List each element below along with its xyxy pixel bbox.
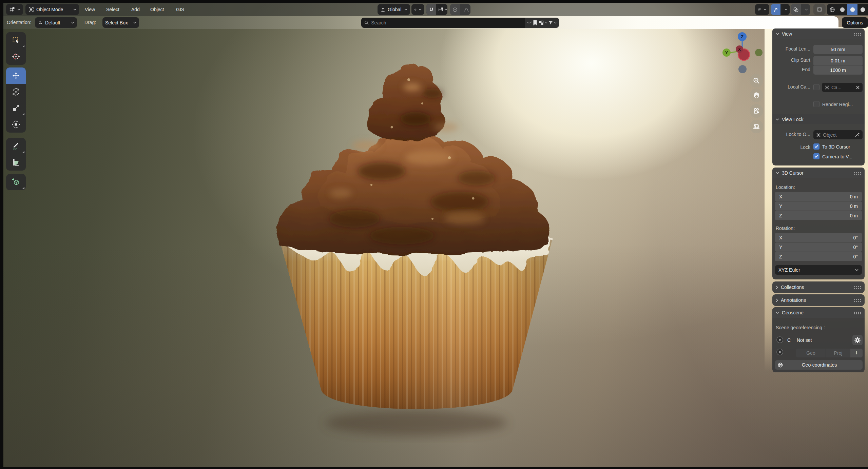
transform-orientation-dropdown[interactable]: Global [378,4,410,15]
menu-select[interactable]: Select [104,4,121,15]
xray-icon [816,6,823,13]
overlays-settings-dropdown[interactable] [803,4,810,15]
xray-toggle[interactable] [813,4,826,15]
chevron-down-icon [776,118,779,120]
lock-to-3d-cursor-checkbox[interactable] [813,143,819,150]
focal-length-field[interactable]: 50 mm [813,45,863,54]
euler-mode-dropdown[interactable]: XYZ Euler [775,265,862,275]
orientation-value: Default [45,20,60,25]
snap-settings-dropdown[interactable] [438,4,447,15]
close-icon[interactable] [856,85,860,90]
show-gizmo-toggle[interactable] [771,4,780,15]
shading-rendered-button[interactable] [857,4,868,15]
proportional-falloff-dropdown[interactable] [462,4,470,15]
axis-value: 0 m [850,213,858,218]
clip-start-field[interactable]: 0.01 m [813,56,863,65]
tool-annotate[interactable] [6,138,26,154]
orientation-global-label: Global [388,7,401,12]
tool-measure[interactable] [6,154,26,171]
panel-drag-handle[interactable] [853,172,861,175]
panel-drag-handle[interactable] [853,33,861,36]
cursor-location-z[interactable]: Z 0 m [775,211,862,220]
display-mode-icon[interactable] [538,20,544,26]
menu-view[interactable]: View [83,4,97,15]
cursor-location-x[interactable]: X 0 m [775,192,862,201]
proj-button[interactable]: Proj [826,349,850,357]
tool-move[interactable] [6,67,26,84]
menu-object[interactable]: Object [148,4,166,15]
add-crs-button[interactable]: + [850,349,863,357]
geo-coordinates-button[interactable]: Geo-coordinates [775,360,863,370]
search-input[interactable] [371,20,522,25]
zoom-button[interactable] [750,74,763,87]
shading-wireframe-button[interactable] [827,4,837,15]
orientation-dropdown[interactable]: Default [35,17,77,28]
gizmo-axis-z[interactable]: Z [738,32,747,41]
local-camera-field[interactable]: Ca... [822,83,863,92]
tool-select-box[interactable] [6,32,26,48]
camera-view-button[interactable] [750,104,763,118]
editor-type-button[interactable] [6,4,23,15]
gizmo-axis-x[interactable]: X [736,45,750,60]
ortho-toggle-button[interactable] [750,120,763,133]
eyedropper-icon[interactable] [855,132,860,137]
chevron-right-icon [776,286,778,289]
mode-dropdown[interactable]: Object Mode [25,4,79,15]
geo-button[interactable]: Geo [796,349,826,357]
search-box[interactable] [361,18,525,28]
panel-geoscene-header[interactable]: Geoscene [772,307,865,318]
shading-solid-button[interactable] [837,4,847,15]
bookmark-icon[interactable] [533,20,538,26]
panel-view-lock-header[interactable]: View Lock [772,114,865,124]
gizmo-axis-neg-y[interactable] [755,49,763,56]
gizmo-settings-dropdown[interactable] [783,4,790,15]
panel-drag-handle[interactable] [853,311,861,314]
gizmo-axis-y[interactable]: Y [722,48,731,57]
tool-rotate[interactable] [6,84,26,100]
object-icon [816,133,821,137]
crs-radio[interactable] [776,336,783,343]
svg-text:Z: Z [741,34,744,39]
drag-dropdown[interactable]: Select Box [102,17,139,28]
lock-to-object-field[interactable]: Object [813,130,863,139]
tool-scale[interactable] [6,100,26,116]
annotate-pencil-icon [12,142,20,151]
panel-annotations-header[interactable]: Annotations [772,294,865,306]
filter-icon[interactable] [548,20,553,25]
tool-transform[interactable] [6,116,26,133]
collapse-chevron-icon[interactable] [526,21,532,24]
panel-drag-handle[interactable] [853,286,861,289]
cursor-rotation-y[interactable]: Y 0° [775,242,862,252]
panel-collections-header[interactable]: Collections [772,281,865,293]
options-button[interactable]: Options [842,17,868,28]
show-overlays-toggle[interactable] [791,4,801,15]
tool-add-cube[interactable] [6,174,26,190]
cupcake-object[interactable] [270,56,563,443]
panel-3d-cursor-header[interactable]: 3D Cursor [772,168,865,178]
pivot-point-dropdown[interactable] [411,4,424,15]
render-region-checkbox[interactable] [813,101,819,107]
crs-settings-button[interactable] [852,335,863,345]
cursor-rotation-x[interactable]: X 0° [775,233,862,242]
clip-end-field[interactable]: 1000 m [813,65,863,75]
chevron-down-icon [17,8,20,11]
camera-to-view-checkbox[interactable] [813,153,819,159]
tool-cursor[interactable] [6,48,26,65]
panel-view-header[interactable]: View [772,28,865,39]
cursor-location-y[interactable]: Y 0 m [775,201,862,211]
toolbar-group-add [6,174,26,190]
proportional-edit-toggle[interactable] [450,4,460,15]
rotation-label: Rotation: [776,226,795,231]
snap-toggle[interactable] [426,4,436,15]
proj-radio[interactable] [776,349,783,355]
gizmo-axis-neg-z[interactable] [738,65,747,73]
panel-drag-handle[interactable] [853,299,861,302]
pan-button[interactable] [750,89,763,102]
menu-add[interactable]: Add [129,4,142,15]
menu-gis[interactable]: GIS [174,4,186,15]
orientation-gizmo[interactable]: Z Y X [721,31,765,75]
object-visibility-dropdown[interactable] [755,4,769,15]
shading-material-button[interactable] [847,4,857,15]
cursor-rotation-z[interactable]: Z 0° [775,252,862,261]
local-camera-checkbox[interactable] [813,84,819,90]
